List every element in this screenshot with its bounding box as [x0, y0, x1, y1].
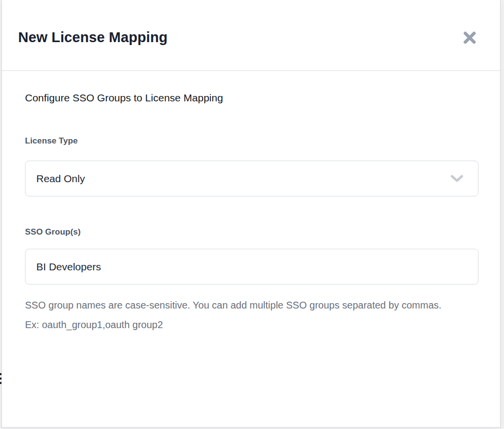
sso-groups-label: SSO Group(s) [25, 227, 477, 237]
modal-header: New License Mapping [2, 0, 500, 71]
sso-groups-help-text: SSO group names are case-sensitive. You … [25, 295, 456, 334]
x-icon [462, 30, 477, 45]
close-button[interactable] [461, 29, 479, 47]
chevron-down-icon [451, 175, 463, 183]
form-heading: Configure SSO Groups to License Mapping [25, 92, 477, 104]
license-type-label: License Type [25, 136, 477, 146]
sso-groups-input[interactable] [25, 249, 479, 285]
modal-title: New License Mapping [18, 29, 168, 46]
new-license-mapping-modal: New License Mapping Configure SSO Groups… [1, 0, 501, 428]
modal-body: Configure SSO Groups to License Mapping … [2, 92, 500, 334]
license-type-select[interactable]: Read Only [25, 161, 479, 196]
page-background: New License Mapping Configure SSO Groups… [0, 0, 504, 429]
license-type-selected-value: Read Only [36, 173, 85, 185]
